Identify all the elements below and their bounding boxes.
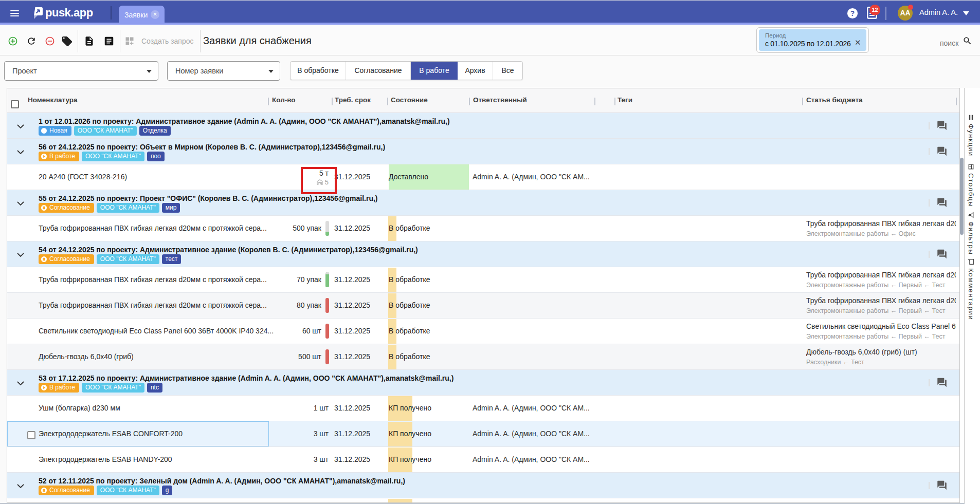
svg-text:?: ? xyxy=(850,10,855,17)
